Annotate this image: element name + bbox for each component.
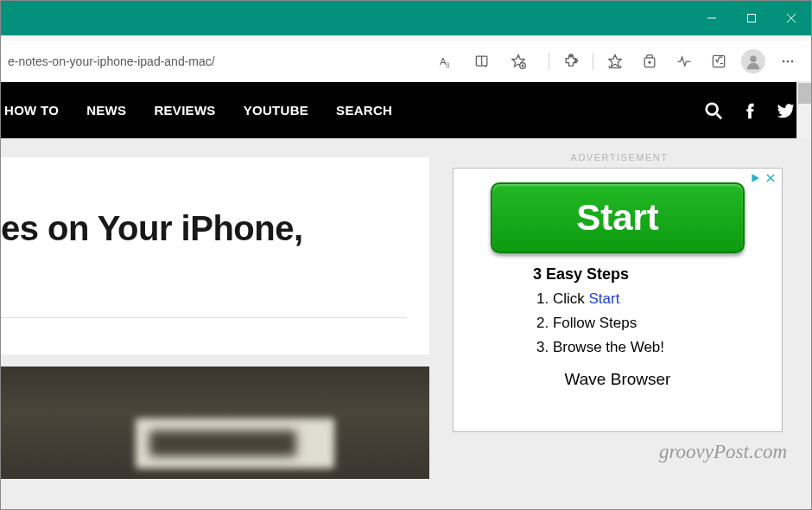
performance-icon[interactable] <box>668 45 701 78</box>
site-navbar: HOW TO NEWS REVIEWS YOUTUBE SEARCH <box>1 82 811 138</box>
svg-line-26 <box>717 113 722 118</box>
search-icon[interactable] <box>704 101 723 120</box>
nav-youtube[interactable]: YOUTUBE <box>244 103 308 118</box>
ad-steps-list: Click Start Follow Steps Browse the Web! <box>460 290 775 356</box>
favorite-add-icon[interactable] <box>502 47 535 76</box>
ad-label: ADVERTISEMENT <box>448 152 790 163</box>
ad-container: Start 3 Easy Steps Click Start Follow St… <box>453 168 783 432</box>
adchoices-icon[interactable] <box>749 172 761 184</box>
page-content: es on Your iPhone, ADVERTISEMENT Start 3… <box>1 138 811 510</box>
svg-point-25 <box>707 103 718 114</box>
svg-point-23 <box>787 60 790 62</box>
watermark: groovyPost.com <box>448 441 792 463</box>
nav-reviews[interactable]: REVIEWS <box>154 103 215 118</box>
favorites-icon[interactable] <box>599 45 631 78</box>
svg-text:)): )) <box>446 61 449 67</box>
window-close-button[interactable] <box>771 1 811 35</box>
svg-point-24 <box>791 60 794 62</box>
nav-news[interactable]: NEWS <box>86 103 126 118</box>
svg-point-22 <box>783 60 785 62</box>
nav-howto[interactable]: HOW TO <box>4 103 59 118</box>
toolbar-divider <box>549 53 549 70</box>
svg-rect-19 <box>713 55 724 67</box>
collections-icon[interactable] <box>633 45 666 78</box>
ad-start-button[interactable]: Start <box>491 182 745 253</box>
ad-step1-link[interactable]: Start <box>588 290 619 307</box>
article-title: es on Your iPhone, <box>1 209 407 318</box>
profile-avatar[interactable] <box>741 49 765 73</box>
window-minimize-button[interactable] <box>692 1 732 35</box>
extensions-icon[interactable] <box>555 45 587 78</box>
window-titlebar <box>1 1 811 35</box>
ad-step-3: Browse the Web! <box>536 339 775 356</box>
toolbar-divider <box>593 53 593 70</box>
address-bar[interactable]: e-notes-on-your-iphone-ipad-and-mac/ A)) <box>1 47 543 76</box>
ad-close-icon[interactable] <box>764 172 777 184</box>
nav-search[interactable]: SEARCH <box>336 103 392 118</box>
article-hero-image <box>1 367 429 479</box>
browser-toolbar: e-notes-on-your-iphone-ipad-and-mac/ A)) <box>1 41 811 82</box>
twitter-icon[interactable] <box>777 101 796 120</box>
url-text: e-notes-on-your-iphone-ipad-and-mac/ <box>8 54 429 68</box>
article: es on Your iPhone, <box>1 157 429 354</box>
ad-step-2: Follow Steps <box>536 315 775 332</box>
ad-brand: Wave Browser <box>460 370 775 389</box>
ad-step-1: Click Start <box>536 290 775 308</box>
window-maximize-button[interactable] <box>732 1 771 35</box>
svg-point-21 <box>750 55 756 61</box>
page-scrollbar[interactable] <box>796 82 811 138</box>
ad-steps-title: 3 Easy Steps <box>460 265 775 284</box>
more-menu-icon[interactable] <box>771 45 804 78</box>
reading-view-icon[interactable] <box>466 47 498 76</box>
read-aloud-icon[interactable]: A)) <box>429 47 462 76</box>
math-solver-icon[interactable] <box>702 45 735 78</box>
svg-rect-1 <box>748 15 756 22</box>
facebook-icon[interactable] <box>740 101 759 120</box>
